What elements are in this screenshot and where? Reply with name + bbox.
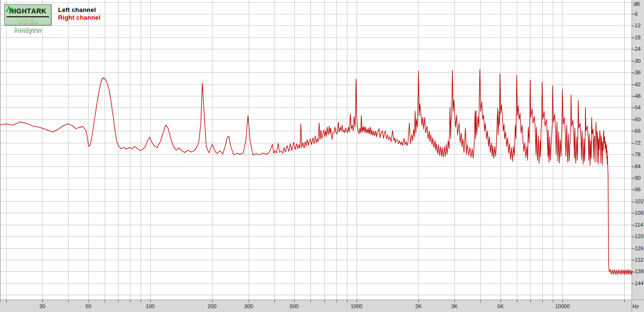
x-axis-label: 30 [39, 303, 45, 309]
y-axis-label: -60 [633, 116, 641, 122]
y-axis-label: -54 [633, 104, 641, 110]
logo-word-ark: ARK [31, 8, 47, 14]
y-axis-label: -66 [633, 128, 641, 134]
y-axis-label: -132 [633, 257, 644, 263]
y-axis-label: -120 [633, 233, 644, 239]
logo-subtitle: Audio Analyzer [5, 17, 51, 35]
x-axis-label: 500 [290, 303, 298, 309]
y-axis-label: -30 [633, 58, 641, 64]
y-axis-label: -96 [633, 186, 641, 192]
x-axis-strip [0, 300, 644, 312]
logo-title-row: RIGHT ARK [7, 6, 49, 17]
y-axis-label: -12 [633, 23, 641, 28]
x-axis-label: 300 [244, 303, 253, 309]
x-axis-label: 3K [451, 303, 457, 309]
y-axis-label: -102 [633, 198, 644, 204]
spectrum-plot [0, 0, 644, 312]
x-axis-label: 50 [85, 303, 91, 309]
y-axis-label: -126 [633, 245, 644, 251]
x-axis-label: 1000 [351, 303, 362, 309]
y-axis-label: -78 [633, 151, 641, 157]
x-axis-unit-label: Hz [632, 303, 639, 309]
y-axis-unit-label: dB [633, 1, 640, 7]
y-axis-label: -24 [633, 46, 641, 52]
y-axis-label: -84 [633, 163, 641, 169]
y-axis-label: -42 [633, 81, 641, 87]
waveform-icon [5, 5, 15, 13]
legend-left-channel: Left channel [58, 6, 101, 14]
legend-right-channel: Right channel [58, 14, 101, 22]
rmaa-spectrum-window: 305010020030050010002K3K5K10000-6-12-18-… [0, 0, 644, 312]
x-axis-label: 5K [497, 303, 503, 309]
x-axis-label: 2K [415, 303, 421, 309]
y-axis-label: -138 [633, 268, 644, 274]
y-axis-label: -36 [633, 69, 641, 75]
rightmark-logo: RIGHT ARK Audio Analyzer [4, 4, 51, 25]
y-axis-label: -90 [633, 175, 641, 181]
y-axis-label: -72 [633, 140, 641, 146]
y-axis-label: -144 [633, 280, 644, 286]
x-axis-label: 100 [146, 303, 155, 309]
legend: Left channel Right channel [58, 6, 101, 22]
y-axis-label: -18 [633, 35, 641, 40]
y-axis-label: -6 [633, 11, 638, 17]
y-axis-label: -114 [633, 222, 643, 228]
x-axis-label: 200 [208, 303, 216, 309]
plot-background [0, 0, 644, 312]
y-axis-label: -108 [633, 210, 644, 216]
y-axis-label: -48 [633, 93, 641, 99]
x-axis-label: 10000 [555, 303, 570, 309]
